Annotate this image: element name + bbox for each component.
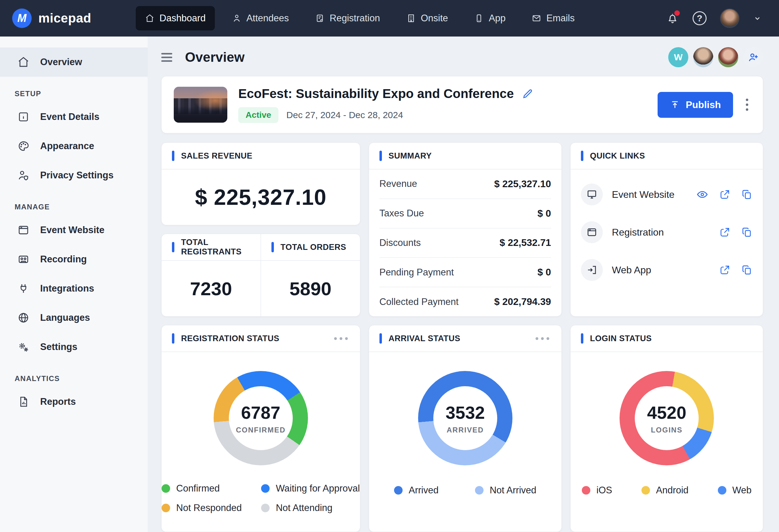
quick-link-event-website[interactable]: Event Website	[581, 176, 753, 213]
registration-status-card: REGISTRATION STATUS 6787 CONFIRMED Confi…	[161, 325, 360, 532]
building-icon	[406, 13, 416, 23]
summary-label: Collected Payment	[379, 296, 459, 307]
sidebar-item-settings[interactable]: Settings	[0, 332, 147, 362]
sidebar-item-label: Privacy Settings	[40, 170, 114, 181]
totals-card: TOTAL REGISTRANTS 7230 TOTAL ORDERS 5890	[161, 234, 360, 316]
donut-center-value: 6787	[241, 402, 280, 423]
home-icon	[145, 13, 155, 23]
summary-row: Revenue $ 225,327.10	[379, 170, 551, 199]
edit-pencil-icon[interactable]	[522, 88, 533, 100]
info-square-icon	[17, 111, 30, 123]
copy-icon[interactable]	[741, 226, 753, 238]
nav-item-label: Attendees	[246, 13, 289, 24]
summary-label: Revenue	[379, 178, 417, 189]
monitor-icon	[581, 183, 603, 205]
nav-item-app[interactable]: App	[465, 6, 515, 31]
card-menu-button[interactable]	[534, 335, 551, 342]
total-orders-value: 5890	[261, 261, 360, 316]
menu-toggle-icon[interactable]	[161, 51, 172, 64]
quick-link-registration[interactable]: Registration	[581, 213, 753, 251]
sidebar-item-recording[interactable]: Recording	[0, 245, 147, 274]
copy-icon[interactable]	[741, 264, 753, 276]
nav-item-onsite[interactable]: Onsite	[397, 6, 457, 31]
donut-center-label: CONFIRMED	[236, 426, 286, 434]
accent-bar	[172, 242, 174, 252]
copy-icon[interactable]	[741, 189, 753, 200]
avatar-photo[interactable]	[718, 47, 738, 67]
event-menu-button[interactable]	[743, 96, 751, 113]
top-nav: M micepad Dashboard Attendees Registrati…	[0, 0, 779, 37]
main-nav: Dashboard Attendees Registration Onsite …	[136, 6, 584, 31]
accent-bar	[581, 151, 583, 161]
plug-icon	[17, 282, 30, 295]
brand-name: micepad	[38, 11, 91, 25]
sidebar-item-label: Overview	[40, 57, 82, 68]
nav-item-attendees[interactable]: Attendees	[223, 6, 298, 31]
sidebar-item-label: Event Details	[40, 111, 100, 122]
event-title: EcoFest: Sustainability Expo and Confere…	[238, 86, 514, 101]
cassette-icon	[17, 253, 30, 266]
summary-label: Taxes Due	[379, 208, 424, 219]
nav-item-label: Onsite	[421, 13, 448, 24]
sidebar-item-label: Languages	[40, 312, 90, 323]
add-collaborator-button[interactable]	[743, 47, 763, 67]
avatar-initial[interactable]: W	[668, 47, 688, 67]
report-document-icon	[17, 395, 30, 408]
upload-icon	[670, 100, 680, 110]
legend-dot	[162, 484, 170, 493]
card-title: REGISTRATION STATUS	[181, 334, 279, 343]
nav-item-registration[interactable]: Registration	[306, 6, 389, 31]
donut-center-value: 3532	[445, 402, 485, 423]
nav-item-dashboard[interactable]: Dashboard	[136, 6, 215, 31]
publish-button[interactable]: Publish	[658, 92, 733, 118]
help-button[interactable]: ?	[693, 11, 707, 25]
avatar-photo[interactable]	[693, 47, 713, 67]
legend-label: Confirmed	[176, 483, 220, 494]
sidebar-item-integrations[interactable]: Integrations	[0, 274, 147, 303]
legend-label: Arrived	[409, 485, 438, 496]
sidebar-item-appearance[interactable]: Appearance	[0, 131, 147, 161]
quick-link-label: Event Website	[612, 189, 675, 200]
nav-item-emails[interactable]: Emails	[523, 6, 584, 31]
accent-bar	[172, 151, 174, 161]
login-status-card: LOGIN STATUS 4520 LOGINS iOS Android Web	[570, 325, 763, 532]
external-link-icon[interactable]	[719, 189, 731, 200]
external-link-icon[interactable]	[719, 264, 731, 276]
legend-label: Not Responded	[176, 503, 242, 514]
preview-eye-icon[interactable]	[696, 188, 709, 201]
card-menu-button[interactable]	[332, 335, 350, 342]
arrival-donut-chart: 3532 ARRIVED	[418, 371, 513, 465]
page-title: Overview	[185, 50, 245, 65]
notifications-button[interactable]	[666, 11, 679, 25]
legend-label: Waiting for Approval	[276, 483, 360, 494]
summary-value: $ 225,327.10	[494, 178, 551, 190]
micepad-logo-icon: M	[12, 8, 32, 28]
person-shield-icon	[17, 169, 30, 182]
registration-donut-chart: 6787 CONFIRMED	[214, 371, 308, 465]
sidebar-item-languages[interactable]: Languages	[0, 303, 147, 332]
sidebar-item-reports[interactable]: Reports	[0, 387, 147, 416]
sidebar-item-event-website[interactable]: Event Website	[0, 216, 147, 245]
globe-icon	[17, 311, 30, 324]
event-card: EcoFest: Sustainability Expo and Confere…	[161, 76, 763, 133]
sidebar-item-overview[interactable]: Overview	[0, 48, 147, 77]
sidebar-section-analytics: ANALYTICS	[0, 374, 147, 383]
sidebar-item-event-details[interactable]: Event Details	[0, 102, 147, 131]
card-title: QUICK LINKS	[590, 151, 645, 161]
card-title: SALES REVENUE	[181, 151, 252, 161]
sidebar-item-privacy-settings[interactable]: Privacy Settings	[0, 161, 147, 190]
quick-link-web-app[interactable]: Web App	[581, 251, 753, 289]
external-link-icon[interactable]	[719, 226, 731, 238]
card-title: LOGIN STATUS	[590, 334, 652, 343]
chevron-down-icon[interactable]	[753, 14, 762, 23]
summary-row: Discounts $ 22,532.71	[379, 229, 551, 258]
sidebar-item-label: Integrations	[40, 283, 94, 294]
legend-dot	[162, 504, 170, 512]
summary-value: $ 202,794.39	[494, 296, 551, 307]
legend-label: Android	[656, 485, 688, 496]
user-avatar[interactable]	[720, 8, 739, 28]
donut-center-value: 4520	[647, 402, 686, 423]
browser-icon	[17, 224, 30, 236]
arrival-status-card: ARRIVAL STATUS 3532 ARRIVED Arrived Not …	[369, 325, 562, 532]
summary-value: $ 0	[537, 208, 551, 219]
